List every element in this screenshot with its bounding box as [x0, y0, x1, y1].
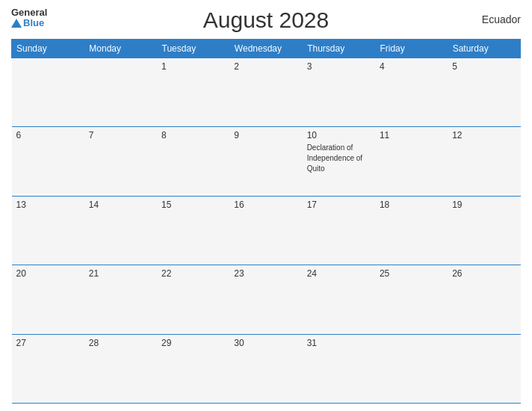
- weekday-header-tuesday: Tuesday: [157, 40, 229, 58]
- day-cell: 25: [375, 265, 448, 334]
- day-number: 15: [161, 200, 225, 210]
- day-cell: 18: [375, 196, 448, 265]
- day-cell: 16: [229, 196, 302, 265]
- logo-blue-text: Blue: [11, 18, 47, 28]
- week-row-2: 678910Declaration of Independence of Qui…: [12, 127, 521, 196]
- day-number: 16: [234, 200, 297, 210]
- day-number: 19: [452, 200, 516, 210]
- day-cell: 7: [84, 127, 157, 196]
- day-number: 24: [307, 268, 371, 279]
- day-number: 14: [89, 200, 152, 210]
- day-cell: 28: [84, 334, 157, 403]
- week-row-3: 13141516171819: [12, 196, 521, 265]
- weekday-header-row: SundayMondayTuesdayWednesdayThursdayFrid…: [12, 40, 521, 58]
- day-number: 29: [161, 338, 225, 348]
- day-number: 28: [89, 338, 152, 348]
- day-number: 9: [234, 130, 297, 140]
- day-number: 8: [161, 130, 225, 140]
- day-cell: 17: [303, 196, 375, 265]
- day-number: 5: [452, 61, 516, 72]
- day-number: 7: [89, 130, 152, 140]
- logo-triangle-icon: [11, 19, 22, 28]
- day-cell: 23: [229, 265, 302, 334]
- day-number: 3: [307, 61, 371, 72]
- day-cell: 12: [448, 127, 520, 196]
- day-number: 21: [89, 268, 152, 279]
- day-number: 17: [307, 200, 371, 210]
- day-number: 27: [16, 338, 80, 348]
- day-cell: [448, 334, 520, 403]
- day-number: 11: [380, 130, 443, 140]
- logo: General Blue: [11, 7, 47, 29]
- day-number: 6: [16, 130, 80, 140]
- day-cell: 15: [157, 196, 229, 265]
- calendar-table: SundayMondayTuesdayWednesdayThursdayFrid…: [11, 39, 521, 404]
- day-cell: 30: [229, 334, 302, 403]
- day-number: 10: [307, 130, 371, 140]
- week-row-4: 20212223242526: [12, 265, 521, 334]
- weekday-header-thursday: Thursday: [303, 40, 375, 58]
- event-text: Declaration of Independence of Quito: [307, 143, 363, 173]
- day-cell: 6: [12, 127, 84, 196]
- day-cell: 8: [157, 127, 229, 196]
- day-cell: 13: [12, 196, 84, 265]
- day-cell: 2: [229, 58, 302, 127]
- day-number: 30: [234, 338, 297, 348]
- day-cell: 26: [448, 265, 520, 334]
- day-cell: 27: [12, 334, 84, 403]
- day-cell: 20: [12, 265, 84, 334]
- weekday-header-wednesday: Wednesday: [229, 40, 302, 58]
- day-cell: 21: [84, 265, 157, 334]
- day-cell: [12, 58, 84, 127]
- weekday-header-saturday: Saturday: [448, 40, 520, 58]
- weekday-header-sunday: Sunday: [12, 40, 84, 58]
- day-cell: 1: [157, 58, 229, 127]
- month-title: August 2028: [203, 7, 329, 33]
- weekday-header-monday: Monday: [84, 40, 157, 58]
- day-number: 1: [161, 61, 225, 72]
- day-cell: 24: [303, 265, 375, 334]
- logo-general-text: General: [11, 7, 47, 18]
- day-cell: 22: [157, 265, 229, 334]
- day-cell: 19: [448, 196, 520, 265]
- day-cell: 31: [303, 334, 375, 403]
- day-number: 13: [16, 200, 80, 210]
- country-label: Ecuador: [482, 13, 521, 25]
- day-number: 20: [16, 268, 80, 279]
- week-row-5: 2728293031: [12, 334, 521, 403]
- day-cell: 14: [84, 196, 157, 265]
- day-cell: 3: [303, 58, 375, 127]
- day-number: 31: [307, 338, 371, 348]
- day-number: 22: [161, 268, 225, 279]
- day-cell: 10Declaration of Independence of Quito: [303, 127, 375, 196]
- day-cell: 11: [375, 127, 448, 196]
- day-number: 23: [234, 268, 297, 279]
- day-number: 4: [380, 61, 443, 72]
- day-cell: 29: [157, 334, 229, 403]
- week-row-1: 12345: [12, 58, 521, 127]
- day-number: 12: [452, 130, 516, 140]
- day-number: 2: [234, 61, 297, 72]
- day-cell: 5: [448, 58, 520, 127]
- day-cell: 9: [229, 127, 302, 196]
- day-cell: 4: [375, 58, 448, 127]
- day-number: 25: [380, 268, 443, 279]
- day-cell: [84, 58, 157, 127]
- weekday-header-friday: Friday: [375, 40, 448, 58]
- day-number: 18: [380, 200, 443, 210]
- calendar-container: General Blue August 2028 Ecuador SundayM…: [0, 0, 532, 411]
- day-number: 26: [452, 268, 516, 279]
- day-cell: [375, 334, 448, 403]
- calendar-header: General Blue August 2028 Ecuador: [11, 7, 521, 33]
